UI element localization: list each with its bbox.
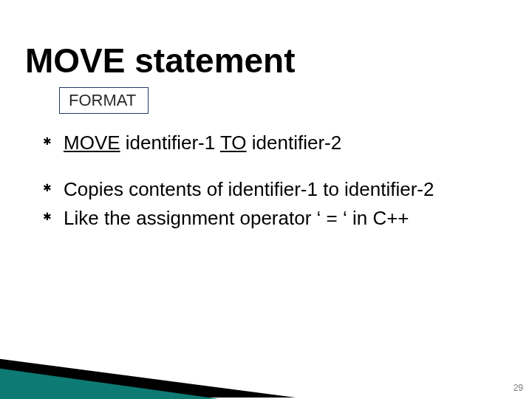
identifier-2: identifier-2 — [247, 132, 342, 154]
identifier-1: identifier-1 — [120, 132, 220, 154]
bullet-item: Copies contents of identifier-1 to ident… — [43, 177, 486, 202]
move-keyword: MOVE — [64, 132, 120, 154]
slide-title: MOVE statement — [25, 41, 296, 81]
format-label-box: FORMAT — [59, 87, 149, 114]
page-number: 29 — [514, 383, 523, 393]
slide-body: MOVE identifier-1 TO identifier-2 Copies… — [43, 130, 486, 234]
corner-decoration — [0, 310, 532, 399]
syntax-line: MOVE identifier-1 TO identifier-2 — [43, 130, 486, 156]
bullet-item: Like the assignment operator ‘ = ‘ in C+… — [43, 205, 486, 231]
to-keyword: TO — [220, 132, 247, 154]
